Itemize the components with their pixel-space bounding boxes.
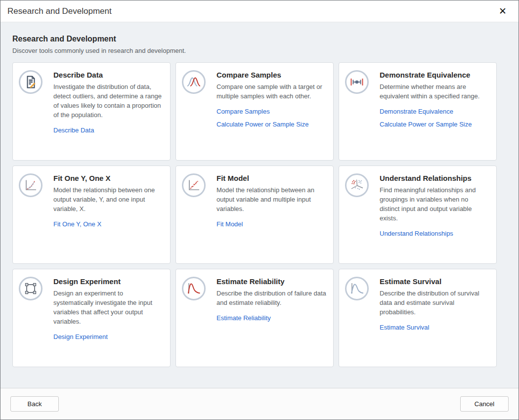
card-description: Determine whether means are equivalent w… (380, 82, 489, 101)
cards-grid: Describe DataInvestigate the distributio… (12, 62, 507, 367)
card-link-estimate-reliability[interactable]: Estimate Reliability (216, 314, 271, 322)
card-description: Find meaningful relationships and groupi… (380, 185, 489, 223)
estimate-reliability-icon (182, 277, 206, 300)
compare-samples-icon (182, 70, 206, 94)
design-experiment-icon (19, 277, 43, 300)
card-demonstrate-equivalence: Demonstrate EquivalenceDetermine whether… (339, 62, 497, 161)
estimate-survival-icon (345, 277, 369, 300)
page-title: Research and Development (12, 35, 507, 43)
card-content: Fit ModelModel the relationship between … (216, 173, 327, 228)
card-content: Describe DataInvestigate the distributio… (53, 70, 164, 134)
card-link-estimate-survival[interactable]: Estimate Survival (380, 324, 429, 332)
card-link-demonstrate-equivalence[interactable]: Demonstrate Equivalence (380, 108, 453, 116)
card-content: Estimate ReliabilityDescribe the distrib… (216, 277, 327, 322)
fit-model-icon (182, 173, 206, 197)
demonstrate-equivalence-icon (345, 70, 369, 94)
card-link-calculate-power-or-sample-size[interactable]: Calculate Power or Sample Size (216, 121, 308, 128)
cancel-button[interactable]: Cancel (460, 396, 509, 412)
card-description: Describe the distribution of survival da… (380, 289, 489, 317)
understand-relationships-icon (345, 173, 369, 197)
card-link-fit-one-y-one-x[interactable]: Fit One Y, One X (53, 220, 101, 228)
card-estimate-survival: Estimate SurvivalDescribe the distributi… (339, 269, 497, 367)
card-description: Describe the distribution of failure dat… (216, 289, 326, 307)
card-title: Estimate Survival (380, 277, 489, 286)
card-title: Demonstrate Equivalence (380, 70, 489, 80)
card-title: Fit One Y, One X (53, 173, 163, 183)
card-content: Demonstrate EquivalenceDetermine whether… (380, 70, 490, 128)
card-describe-data: Describe DataInvestigate the distributio… (12, 62, 171, 161)
card-content: Design ExperimentDesign an experiment to… (53, 277, 164, 341)
card-title: Design Experiment (53, 277, 163, 286)
card-description: Model the relationship between an output… (216, 185, 326, 213)
card-link-calculate-power-or-sample-size[interactable]: Calculate Power or Sample Size (380, 121, 472, 128)
page-subtitle: Discover tools commonly used in research… (12, 47, 507, 54)
card-content: Understand RelationshipsFind meaningful … (380, 173, 490, 238)
footer-bar: Back Cancel (0, 388, 519, 420)
card-content: Fit One Y, One XModel the relationship b… (53, 173, 164, 228)
card-title: Describe Data (53, 70, 163, 80)
titlebar: Research and Development ✕ (0, 0, 519, 22)
fit-one-y-one-x-icon (19, 173, 43, 197)
card-description: Investigate the distribution of data, de… (53, 82, 163, 120)
card-link-fit-model[interactable]: Fit Model (216, 220, 243, 228)
card-fit-model: Fit ModelModel the relationship between … (175, 166, 334, 264)
card-compare-samples: Compare SamplesCompare one sample with a… (175, 62, 334, 161)
card-understand-relationships: Understand RelationshipsFind meaningful … (339, 166, 497, 264)
window-title: Research and Development (7, 6, 112, 16)
card-title: Fit Model (216, 173, 326, 183)
card-description: Design an experiment to systematically i… (53, 289, 163, 326)
card-design-experiment: Design ExperimentDesign an experiment to… (12, 269, 171, 367)
card-link-understand-relationships[interactable]: Understand Relationships (380, 230, 453, 238)
card-link-describe-data[interactable]: Describe Data (53, 126, 94, 134)
back-button[interactable]: Back (10, 396, 59, 412)
card-content: Estimate SurvivalDescribe the distributi… (380, 277, 490, 332)
card-title: Understand Relationships (380, 173, 489, 183)
card-link-compare-samples[interactable]: Compare Samples (216, 108, 270, 116)
card-description: Compare one sample with a target or mult… (216, 82, 326, 101)
dialog-body: Research and Development Discover tools … (0, 22, 519, 388)
card-title: Estimate Reliability (216, 277, 326, 286)
describe-data-icon (19, 70, 43, 94)
card-link-design-experiment[interactable]: Design Experiment (53, 333, 108, 341)
card-estimate-reliability: Estimate ReliabilityDescribe the distrib… (175, 269, 334, 367)
dialog-window: Research and Development ✕ Research and … (0, 0, 519, 420)
close-icon[interactable]: ✕ (497, 5, 509, 17)
card-description: Model the relationship between one outpu… (53, 185, 163, 213)
card-title: Compare Samples (216, 70, 326, 80)
card-fit-one-y-one-x: Fit One Y, One XModel the relationship b… (12, 166, 171, 264)
card-content: Compare SamplesCompare one sample with a… (216, 70, 327, 128)
